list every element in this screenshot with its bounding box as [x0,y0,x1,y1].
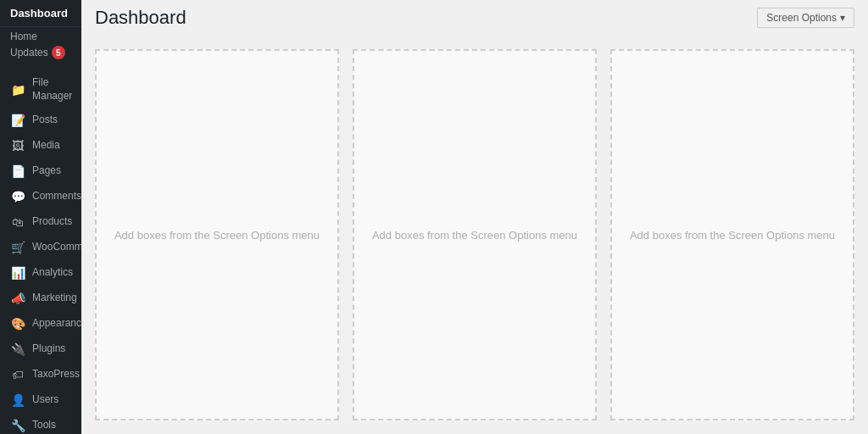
box1-text: Add boxes from the Screen Options menu [114,229,320,242]
updates-badge: 5 [52,46,65,59]
box3-text: Add boxes from the Screen Options menu [630,229,835,242]
dashboard-box-1: Add boxes from the Screen Options menu [95,49,339,420]
appearance-icon: 🎨 [10,316,25,331]
screen-options-label: Screen Options [766,12,837,24]
sidebar-label: WooCommerce [32,241,81,254]
sidebar-label: TaxoPress [32,368,80,381]
sidebar-item-woocommerce[interactable]: 🛒 WooCommerce [0,235,81,260]
dashboard-content: Add boxes from the Screen Options menu A… [81,36,868,434]
sidebar-label: Appearance [32,317,81,331]
sidebar-label: Posts [32,114,58,127]
sidebar-item-plugins[interactable]: 🔌 Plugins [0,337,81,362]
sidebar-item-media[interactable]: 🖼 Media [0,133,81,159]
home-link[interactable]: Home [0,27,81,44]
users-icon: 👤 [10,392,25,408]
sidebar: Dashboard Home Updates 5 📁 File Manager … [0,0,81,434]
products-icon: 🛍 [10,214,25,230]
sidebar-item-users[interactable]: 👤 Users [0,387,81,413]
sidebar-label: Plugins [32,342,65,356]
sidebar-item-file-manager[interactable]: 📁 File Manager [0,71,81,108]
updates-link[interactable]: Updates 5 [0,44,81,64]
box2-text: Add boxes from the Screen Options menu [372,229,577,242]
sidebar-label: Analytics [32,266,73,280]
main-area: Dashboard Screen Options ▾ Add boxes fro… [81,0,868,434]
sidebar-label: Products [32,215,72,229]
screen-options-button[interactable]: Screen Options ▾ [757,8,854,28]
sidebar-label: Media [32,139,60,153]
plugins-icon: 🔌 [10,342,25,357]
sidebar-item-pages[interactable]: 📄 Pages [0,159,81,184]
sidebar-item-taxopress[interactable]: 🏷 TaxoPress [0,362,81,387]
tools-icon: 🔧 [10,418,25,433]
sidebar-label: Marketing [32,292,77,305]
sidebar-item-products[interactable]: 🛍 Products [0,209,81,235]
sidebar-item-comments[interactable]: 💬 Comments [0,184,81,209]
file-manager-icon: 📁 [10,82,25,97]
sidebar-item-tools[interactable]: 🔧 Tools [0,413,81,434]
sidebar-item-posts[interactable]: 📝 Posts [0,108,81,133]
analytics-icon: 📊 [10,265,25,281]
sidebar-label: File Manager [32,76,72,103]
updates-label: Updates [10,47,48,58]
marketing-icon: 📣 [10,291,25,306]
pages-icon: 📄 [10,164,25,179]
taxopress-icon: 🏷 [10,367,25,382]
media-icon: 🖼 [10,138,25,153]
sidebar-item-analytics[interactable]: 📊 Analytics [0,260,81,286]
chevron-down-icon: ▾ [840,12,845,24]
sidebar-label: Tools [32,419,56,432]
dashboard-box-3: Add boxes from the Screen Options menu [610,49,854,420]
site-title: Dashboard [0,0,81,27]
sidebar-label: Pages [32,164,61,178]
woocommerce-icon: 🛒 [10,240,25,255]
sidebar-label: Users [32,393,58,407]
sidebar-item-appearance[interactable]: 🎨 Appearance [0,311,81,337]
posts-icon: 📝 [10,113,25,128]
dashboard-box-2: Add boxes from the Screen Options menu [353,49,597,420]
sidebar-label: Comments [32,190,81,203]
page-title: Dashboard [95,7,186,29]
comments-icon: 💬 [10,189,25,204]
topbar: Dashboard Screen Options ▾ [81,0,868,36]
sidebar-item-marketing[interactable]: 📣 Marketing [0,286,81,311]
